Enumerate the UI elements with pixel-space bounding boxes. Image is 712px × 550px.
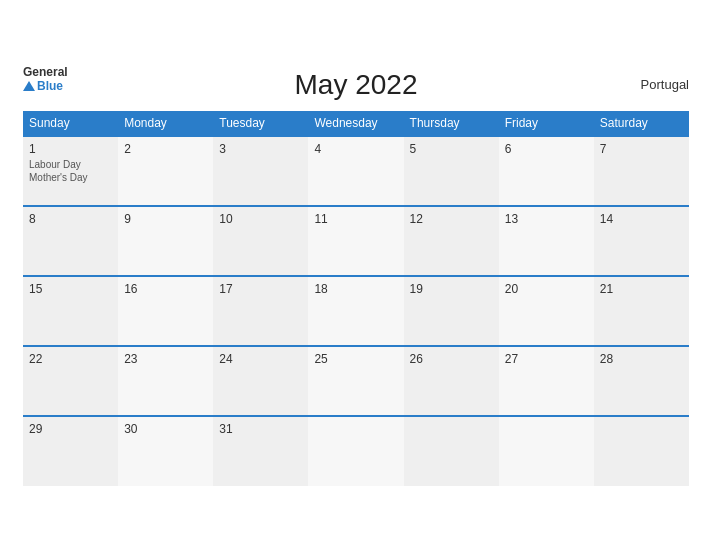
day-cell: 9 [118, 206, 213, 276]
weekday-header-row: Sunday Monday Tuesday Wednesday Thursday… [23, 111, 689, 136]
day-number: 9 [124, 212, 207, 226]
day-cell: 2 [118, 136, 213, 206]
day-cell [308, 416, 403, 486]
day-number: 28 [600, 352, 683, 366]
day-cell: 14 [594, 206, 689, 276]
day-cell: 12 [404, 206, 499, 276]
day-number: 16 [124, 282, 207, 296]
header-monday: Monday [118, 111, 213, 136]
day-cell: 15 [23, 276, 118, 346]
calendar-title: May 2022 [295, 69, 418, 101]
day-cell: 13 [499, 206, 594, 276]
day-number: 24 [219, 352, 302, 366]
holiday-label: Labour Day [29, 158, 112, 171]
day-number: 21 [600, 282, 683, 296]
day-number: 17 [219, 282, 302, 296]
day-number: 13 [505, 212, 588, 226]
day-number: 25 [314, 352, 397, 366]
day-cell: 5 [404, 136, 499, 206]
day-cell: 26 [404, 346, 499, 416]
day-cell: 6 [499, 136, 594, 206]
day-number: 12 [410, 212, 493, 226]
day-number: 8 [29, 212, 112, 226]
country-label: Portugal [641, 77, 689, 92]
week-row-1: 1Labour DayMother's Day234567 [23, 136, 689, 206]
week-row-2: 891011121314 [23, 206, 689, 276]
day-number: 23 [124, 352, 207, 366]
day-cell: 31 [213, 416, 308, 486]
day-number: 5 [410, 142, 493, 156]
day-cell: 17 [213, 276, 308, 346]
day-cell: 10 [213, 206, 308, 276]
day-number: 3 [219, 142, 302, 156]
day-cell: 18 [308, 276, 403, 346]
day-cell: 21 [594, 276, 689, 346]
header-saturday: Saturday [594, 111, 689, 136]
day-cell: 28 [594, 346, 689, 416]
day-number: 18 [314, 282, 397, 296]
day-number: 4 [314, 142, 397, 156]
day-number: 11 [314, 212, 397, 226]
day-number: 27 [505, 352, 588, 366]
header-thursday: Thursday [404, 111, 499, 136]
logo-triangle-icon [23, 81, 35, 91]
header-friday: Friday [499, 111, 594, 136]
week-row-3: 15161718192021 [23, 276, 689, 346]
day-cell: 1Labour DayMother's Day [23, 136, 118, 206]
day-number: 10 [219, 212, 302, 226]
calendar-header: General Blue May 2022 Portugal [23, 69, 689, 101]
day-cell [594, 416, 689, 486]
day-cell: 30 [118, 416, 213, 486]
day-number: 30 [124, 422, 207, 436]
logo: General Blue [23, 65, 68, 94]
header-sunday: Sunday [23, 111, 118, 136]
logo-blue-text: Blue [23, 79, 68, 93]
day-number: 14 [600, 212, 683, 226]
day-cell: 29 [23, 416, 118, 486]
day-cell: 8 [23, 206, 118, 276]
day-cell [404, 416, 499, 486]
day-number: 29 [29, 422, 112, 436]
day-cell: 23 [118, 346, 213, 416]
calendar-table: Sunday Monday Tuesday Wednesday Thursday… [23, 111, 689, 486]
day-number: 6 [505, 142, 588, 156]
day-cell [499, 416, 594, 486]
day-cell: 7 [594, 136, 689, 206]
day-cell: 11 [308, 206, 403, 276]
day-cell: 4 [308, 136, 403, 206]
day-number: 1 [29, 142, 112, 156]
holiday-label: Mother's Day [29, 171, 112, 184]
day-cell: 22 [23, 346, 118, 416]
day-cell: 19 [404, 276, 499, 346]
day-cell: 25 [308, 346, 403, 416]
day-number: 26 [410, 352, 493, 366]
logo-general-text: General [23, 65, 68, 79]
day-cell: 20 [499, 276, 594, 346]
day-number: 31 [219, 422, 302, 436]
day-number: 2 [124, 142, 207, 156]
week-row-4: 22232425262728 [23, 346, 689, 416]
header-tuesday: Tuesday [213, 111, 308, 136]
day-number: 22 [29, 352, 112, 366]
calendar-container: General Blue May 2022 Portugal Sunday Mo… [11, 53, 701, 498]
day-number: 20 [505, 282, 588, 296]
header-wednesday: Wednesday [308, 111, 403, 136]
day-number: 15 [29, 282, 112, 296]
week-row-5: 293031 [23, 416, 689, 486]
day-number: 19 [410, 282, 493, 296]
day-number: 7 [600, 142, 683, 156]
day-cell: 16 [118, 276, 213, 346]
day-cell: 3 [213, 136, 308, 206]
day-cell: 27 [499, 346, 594, 416]
day-cell: 24 [213, 346, 308, 416]
